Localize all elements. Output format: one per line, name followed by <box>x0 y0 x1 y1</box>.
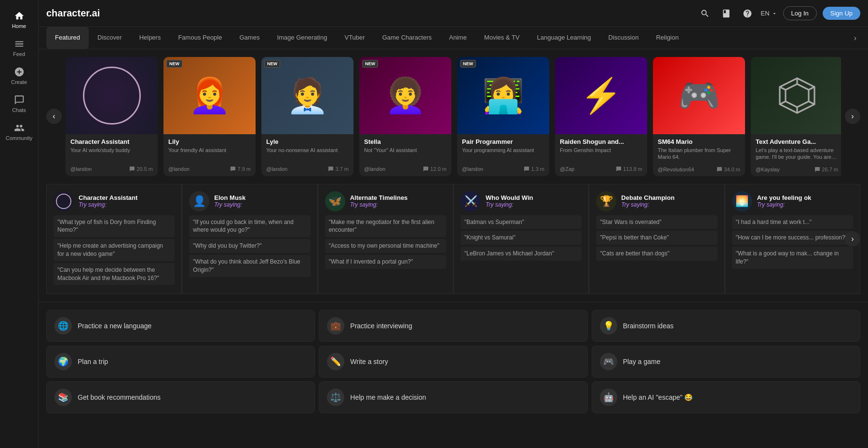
char-count: 3.7 m <box>328 166 349 172</box>
action-label: Practice a new language <box>78 322 151 330</box>
carousel-next-button[interactable]: › <box>845 109 860 124</box>
actions-grid: 🌐 Practice a new language 💼 Practice int… <box>46 310 860 413</box>
sidebar-item-feed[interactable]: Feed <box>2 34 37 62</box>
char-author: @Revolution64 <box>658 167 694 172</box>
char-name: Lily <box>168 138 251 145</box>
char-author: @landon <box>266 166 287 172</box>
character-card-pair-programmer[interactable]: 👩‍💻 NEW Pair Programmer Your programming… <box>457 57 549 176</box>
try-quote-3: "Can you help me decide between the Macb… <box>54 263 175 285</box>
sidebar-item-community[interactable]: Community <box>2 118 37 146</box>
character-card-text-adv[interactable]: Text Adventure Ga... Let's play a text-b… <box>751 57 841 176</box>
tab-famous[interactable]: Famous People <box>169 27 231 49</box>
try-card-alt-timelines[interactable]: 🦋 Alternate Timelines Try saying: "Make … <box>318 184 453 294</box>
carousel-prev-button[interactable]: ‹ <box>46 109 62 124</box>
tab-discussion[interactable]: Discussion <box>600 27 648 49</box>
try-saying-label: Try saying: <box>79 201 137 208</box>
try-avatar-feeling-ok: 🌅 <box>732 191 752 211</box>
action-book-rec[interactable]: 📚 Get book recommendations <box>46 381 315 413</box>
library-button[interactable] <box>719 6 734 21</box>
tab-discover[interactable]: Discover <box>89 27 131 49</box>
logo[interactable]: character.ai <box>46 8 100 19</box>
tab-movies-tv[interactable]: Movies & TV <box>475 27 528 49</box>
decision-icon: ⚖️ <box>327 389 344 406</box>
try-avatar-elon: 👤 <box>189 191 209 211</box>
action-practice-lang[interactable]: 🌐 Practice a new language <box>46 310 315 342</box>
tab-games[interactable]: Games <box>231 27 268 49</box>
action-practice-interview[interactable]: 💼 Practice interviewing <box>319 310 587 342</box>
char-name: Pair Programmer <box>462 138 544 145</box>
character-card-lyle[interactable]: 🧑‍💼 NEW Lyle Your no-nonsense AI assista… <box>261 57 353 176</box>
book-rec-icon: 📚 <box>54 389 72 406</box>
action-brainstorm[interactable]: 💡 Brainstorm ideas <box>592 310 860 342</box>
char-name: Stella <box>364 138 447 145</box>
action-play-game[interactable]: 🎮 Play a game <box>592 346 860 378</box>
char-avatar-lyle: 🧑‍💼 <box>261 57 353 134</box>
login-button[interactable]: Log In <box>783 6 817 20</box>
svg-marker-1 <box>786 84 809 107</box>
sidebar-item-create[interactable]: Create <box>2 62 37 90</box>
search-button[interactable] <box>697 6 713 21</box>
try-quote-2: "Pepsi is better than Coke" <box>596 231 717 245</box>
try-card-elon[interactable]: 👤 Elon Musk Try saying: "If you could go… <box>182 184 317 294</box>
character-card-lily[interactable]: 👩‍🦰 NEW Lily Your friendly AI assistant … <box>163 57 256 176</box>
try-card-feeling-ok[interactable]: 🌅 Are you feeling ok Try saying: "I had … <box>725 184 860 294</box>
new-badge: NEW <box>264 60 280 68</box>
try-quote-2: "Knight vs Samurai" <box>461 231 582 245</box>
try-quote-1: "What type of fish is Dory from Finding … <box>54 215 175 238</box>
action-decision[interactable]: ⚖️ Help me make a decision <box>319 381 587 413</box>
try-card-debate[interactable]: 🏆 Debate Champion Try saying: "Star Wars… <box>589 184 724 294</box>
try-saying-next-button[interactable]: › <box>845 231 860 247</box>
try-avatar-debate: 🏆 <box>596 191 616 211</box>
action-write-story[interactable]: ✏️ Write a story <box>319 346 587 378</box>
char-name: SM64 Mario <box>658 138 740 145</box>
char-desc: Your programming AI assistant <box>462 147 544 160</box>
try-card-title: Character Assistant <box>79 194 137 201</box>
character-card-mario[interactable]: 🎮 SM64 Mario The Italian plumber from Su… <box>653 57 745 176</box>
tabs-next-button[interactable]: › <box>850 30 860 46</box>
tab-helpers[interactable]: Helpers <box>131 27 170 49</box>
action-plan-trip[interactable]: 🌍 Plan a trip <box>46 346 315 378</box>
char-desc: Not "Your" AI assistant <box>364 147 447 160</box>
try-saying-label: Try saying: <box>757 201 812 208</box>
language-selector[interactable]: EN <box>761 10 777 17</box>
action-ai-escape[interactable]: 🤖 Help an AI "escape" 😂 <box>592 381 860 413</box>
sidebar-item-chats[interactable]: Chats <box>2 90 37 118</box>
try-card-char-assistant[interactable]: Character Assistant Try saying: "What ty… <box>46 184 182 294</box>
char-desc: Let's play a text-based adventure game. … <box>756 147 838 161</box>
tab-religion[interactable]: Religion <box>647 27 687 49</box>
tab-lang-learn[interactable]: Language Learning <box>529 27 600 49</box>
try-quote-3: "What is a good way to mak... change in … <box>732 247 853 269</box>
char-author: @landon <box>364 166 385 172</box>
sidebar-item-home[interactable]: Home <box>2 6 37 34</box>
quick-actions-section: 🌐 Practice a new language 💼 Practice int… <box>39 302 868 421</box>
try-card-title: Are you feeling ok <box>757 194 812 201</box>
try-quote-1: "Star Wars is overrated" <box>596 215 717 229</box>
category-tabs: Featured Discover Helpers Famous People … <box>39 27 868 49</box>
svg-line-3 <box>809 87 814 90</box>
character-card-char-assistant[interactable]: Character Assistant Your AI work/study b… <box>66 57 158 176</box>
write-story-icon: ✏️ <box>327 353 344 370</box>
signup-button[interactable]: Sign Up <box>823 7 860 20</box>
char-name: Lyle <box>266 138 349 145</box>
help-button[interactable] <box>740 6 755 21</box>
tab-featured[interactable]: Featured <box>46 27 89 49</box>
characters-carousel-section: ‹ Character Assistant Your AI work/study… <box>39 49 868 176</box>
try-card-who-would-win[interactable]: ⚔️ Who Would Win Try saying: "Batman vs … <box>453 184 589 294</box>
tab-game-chars[interactable]: Game Characters <box>374 27 441 49</box>
try-card-title: Who Would Win <box>486 194 533 201</box>
character-card-stella[interactable]: 👩‍🦱 NEW Stella Not "Your" AI assistant @… <box>359 57 451 176</box>
tab-image-gen[interactable]: Image Generating <box>268 27 336 49</box>
char-avatar-raiden: ⚡ <box>555 57 647 134</box>
try-quote-2: "How can I be more success... profession… <box>732 231 853 245</box>
try-quote-1: "Make me the negotiator for the first al… <box>325 215 446 238</box>
character-card-raiden[interactable]: ⚡ Raiden Shogun and... From Genshin Impa… <box>555 57 647 176</box>
action-label: Help an AI "escape" 😂 <box>623 393 692 401</box>
top-navigation: character.ai EN Log In Sign Up <box>39 0 868 27</box>
try-quote-2: "Access to my own personal time machine" <box>325 239 446 253</box>
char-count: 113.8 m <box>616 166 642 172</box>
char-author: @landon <box>70 166 92 172</box>
tab-vtuber[interactable]: VTuber <box>336 27 373 49</box>
char-desc: Your no-nonsense AI assistant <box>266 147 349 160</box>
tab-anime[interactable]: Anime <box>440 27 475 49</box>
char-desc: Your AI work/study buddy <box>70 147 153 160</box>
